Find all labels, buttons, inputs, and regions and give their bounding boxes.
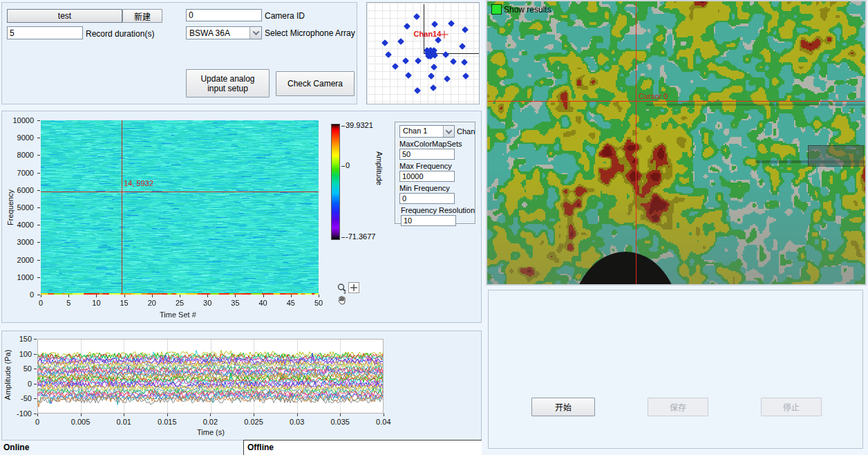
channel-dropdown[interactable]: Chan 1: [399, 125, 455, 138]
mic-point: [461, 59, 468, 66]
camera-image-frame: Cursor 0 Show results: [486, 0, 867, 286]
tick-mark: [37, 295, 40, 295]
mic-point: [442, 51, 449, 58]
channel-label: Chan: [457, 127, 475, 136]
tick-mark: [37, 260, 40, 261]
array-cursor-label: Chan14: [414, 30, 442, 38]
spectrogram-panel: 14, 5932 1000090008000700060005000400030…: [1, 111, 482, 323]
camera-id-label: Camera ID: [265, 11, 305, 21]
mic-array-dropdown[interactable]: BSWA 36A: [186, 26, 262, 39]
offline-status-indicator: Offline: [243, 440, 482, 455]
camera-id-input[interactable]: [186, 9, 262, 21]
tick-label: 0.015: [158, 418, 177, 426]
show-results-checkbox[interactable]: Show results: [491, 4, 551, 15]
tick-label: 5: [66, 299, 70, 307]
tick-mark: [291, 295, 292, 297]
max-frequency-label: Max Frequency: [399, 162, 452, 170]
mic-point: [431, 21, 438, 28]
mic-point: [428, 73, 435, 80]
spectrogram-graph[interactable]: [41, 120, 319, 295]
new-project-button[interactable]: 新建: [122, 9, 162, 23]
mic-point: [385, 51, 392, 58]
tick-label: 1000: [17, 273, 34, 281]
tick-label: 50: [314, 299, 323, 307]
check-camera-button[interactable]: Check Camera: [276, 71, 355, 96]
spectrogram-y-axis-label: Frequency: [6, 189, 15, 225]
tick-label: 4000: [17, 221, 34, 229]
min-frequency-input[interactable]: [399, 193, 455, 204]
array-cursor-cross-icon[interactable]: [440, 31, 448, 39]
tick-mark: [34, 369, 37, 369]
tick-label: -100: [17, 409, 32, 418]
waveform-y-axis-label: Amplitude (Pa): [3, 350, 12, 400]
tick-mark: [254, 414, 254, 416]
tick-label: 0.005: [71, 418, 91, 426]
acoustic-image[interactable]: [487, 1, 865, 284]
record-duration-input[interactable]: [7, 26, 83, 39]
mic-point: [397, 38, 404, 45]
tick-mark: [319, 295, 319, 297]
tick-label: 8000: [17, 151, 34, 159]
tick-mark: [34, 414, 37, 414]
tick-mark: [235, 295, 236, 297]
tick-label: 20: [148, 299, 156, 307]
mic-point: [414, 87, 421, 94]
mic-point: [415, 57, 422, 64]
tick-label: 0: [39, 299, 43, 307]
save-button[interactable]: 保存: [648, 398, 708, 416]
tick-label: 45: [287, 299, 295, 307]
colorbar-max-label: 39.9321: [341, 121, 373, 129]
mic-point: [381, 39, 388, 46]
tick-mark: [340, 414, 341, 416]
tick-mark: [37, 190, 40, 191]
channel-selected-value: Chan 1: [403, 127, 427, 135]
tick-label: 0.02: [203, 418, 218, 426]
record-duration-label: Record duration(s): [86, 29, 154, 39]
tick-mark: [34, 339, 37, 340]
mic-point: [462, 26, 469, 33]
tick-mark: [152, 295, 153, 297]
cursor-move-tool-icon[interactable]: [348, 282, 359, 293]
tick-label: 10: [92, 299, 100, 307]
spectrogram-cursor-label: 14, 5932: [124, 179, 153, 187]
tick-label: 0: [28, 380, 32, 388]
tick-label: 0.025: [244, 418, 263, 426]
image-cursor-label: Cursor 0: [639, 92, 668, 100]
max-frequency-input[interactable]: [399, 171, 455, 182]
maxcolormapsets-input[interactable]: [399, 149, 455, 160]
stop-button[interactable]: 停止: [761, 398, 822, 416]
mic-array-selected-value: BSWA 36A: [189, 28, 230, 38]
tick-label: 10000: [12, 116, 34, 124]
mic-point: [462, 73, 469, 80]
amplitude-colorbar: [331, 124, 340, 240]
config-panel: test 新建 Record duration(s) Camera ID BSW…: [1, 2, 357, 104]
update-analog-input-button[interactable]: Update analog input setup: [186, 69, 270, 98]
mic-array-plot: Chan14: [366, 2, 480, 104]
waveform-graph[interactable]: [37, 339, 384, 414]
mic-point: [430, 84, 437, 91]
tick-mark: [34, 354, 37, 355]
pan-hand-tool-icon[interactable]: [337, 295, 348, 306]
image-cursor-hline[interactable]: [487, 101, 865, 102]
image-cursor-vline[interactable]: [636, 1, 636, 284]
colorbar-min-label: -71.3677: [341, 232, 375, 241]
tick-mark: [81, 414, 82, 416]
project-name-field[interactable]: test: [7, 9, 122, 23]
tick-mark: [41, 295, 41, 297]
tick-label: 25: [176, 299, 184, 307]
tick-label: 150: [19, 335, 32, 343]
tick-label: 50: [23, 364, 32, 373]
tick-mark: [124, 414, 124, 416]
min-frequency-label: Min Frequency: [399, 184, 450, 192]
tick-label: 0.035: [330, 418, 350, 426]
start-button[interactable]: 开始: [531, 398, 595, 416]
tick-label: 5000: [17, 203, 34, 212]
channel-dropdown-button[interactable]: [443, 126, 454, 137]
tick-mark: [384, 414, 384, 416]
maxcolormapsets-label: MaxColorMapSets: [399, 140, 462, 148]
tick-mark: [96, 295, 97, 297]
mic-array-dropdown-button[interactable]: [249, 27, 261, 39]
zoom-tool-icon[interactable]: [337, 283, 348, 294]
frequency-resolution-input[interactable]: [401, 215, 456, 226]
tick-mark: [34, 384, 37, 384]
